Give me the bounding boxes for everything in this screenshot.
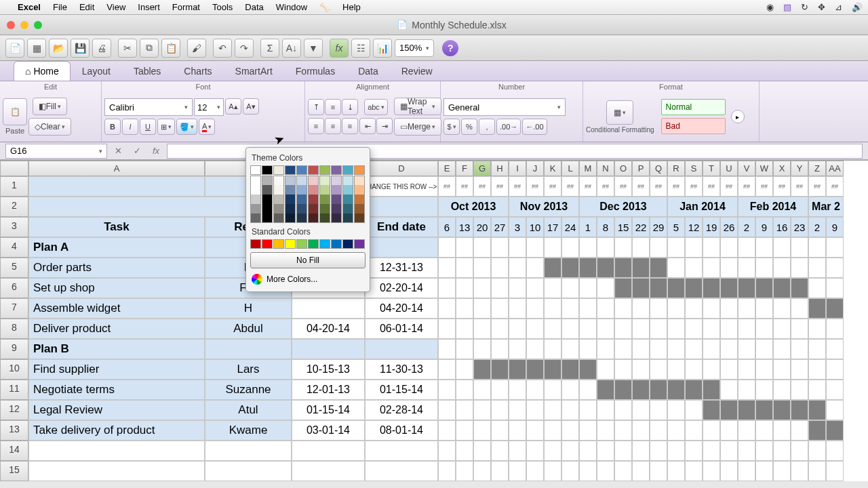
color-shade[interactable]: [342, 214, 353, 223]
gantt-cell[interactable]: [791, 400, 808, 420]
cell[interactable]: [808, 441, 826, 461]
gantt-cell[interactable]: [650, 258, 667, 278]
gantt-cell[interactable]: [491, 258, 509, 278]
gantt-cell[interactable]: [614, 298, 632, 319]
cell[interactable]: ##: [597, 176, 614, 197]
bold-button[interactable]: B: [104, 119, 121, 135]
percent-button[interactable]: %: [461, 119, 477, 135]
cell[interactable]: ##: [791, 176, 808, 197]
gantt-cell[interactable]: [491, 319, 509, 339]
gantt-cell[interactable]: [720, 319, 738, 339]
col-header[interactable]: F: [456, 161, 473, 176]
number-format-selector[interactable]: General▾: [443, 98, 566, 116]
color-shade[interactable]: [296, 176, 307, 185]
gantt-cell[interactable]: [773, 258, 791, 278]
gantt-cell[interactable]: [473, 400, 491, 420]
row-header[interactable]: 9: [0, 339, 28, 359]
cell[interactable]: [720, 441, 738, 461]
gantt-cell[interactable]: [579, 278, 597, 298]
gantt-cell[interactable]: [438, 359, 456, 380]
gantt-cell[interactable]: [597, 237, 614, 258]
row-header[interactable]: 4: [0, 237, 28, 258]
gantt-cell[interactable]: [526, 258, 544, 278]
col-header[interactable]: O: [614, 161, 632, 176]
shrink-font-button[interactable]: A▾: [243, 98, 259, 115]
color-shade[interactable]: [262, 195, 273, 204]
color-shade[interactable]: [342, 204, 353, 214]
gantt-cell[interactable]: [579, 359, 597, 380]
gantt-cell[interactable]: [738, 278, 755, 298]
gantt-cell[interactable]: [755, 339, 773, 359]
tab-formulas[interactable]: Formulas: [284, 61, 347, 81]
gantt-cell[interactable]: [561, 319, 579, 339]
cell[interactable]: [755, 441, 773, 461]
gantt-cell[interactable]: [456, 339, 473, 359]
gantt-cell[interactable]: [456, 237, 473, 258]
increase-indent-button[interactable]: ⇥: [376, 118, 393, 134]
gantt-cell[interactable]: [650, 339, 667, 359]
align-top-button[interactable]: ⤒: [308, 99, 324, 115]
gantt-cell[interactable]: [473, 380, 491, 400]
menu-window[interactable]: Window: [276, 2, 307, 12]
col-header[interactable]: E: [438, 161, 456, 176]
cell[interactable]: ##: [491, 176, 509, 197]
color-swatch[interactable]: [308, 239, 319, 249]
col-header[interactable]: W: [755, 161, 773, 176]
cell[interactable]: [456, 441, 473, 461]
col-header[interactable]: U: [720, 161, 738, 176]
gantt-cell[interactable]: [667, 278, 685, 298]
gantt-cell[interactable]: [597, 420, 614, 441]
fill-button[interactable]: ◧ Fill▾: [33, 98, 67, 115]
gantt-cell[interactable]: [667, 359, 685, 380]
open-button[interactable]: 📂: [49, 39, 68, 58]
gantt-cell[interactable]: [650, 420, 667, 441]
decrease-indent-button[interactable]: ⇤: [359, 118, 376, 134]
cell[interactable]: [473, 441, 491, 461]
color-shade[interactable]: [296, 204, 307, 214]
gantt-cell[interactable]: [720, 380, 738, 400]
color-shade[interactable]: [285, 195, 296, 204]
gantt-cell[interactable]: [614, 319, 632, 339]
color-shade[interactable]: [331, 176, 342, 185]
col-header[interactable]: T: [703, 161, 720, 176]
cell[interactable]: [579, 441, 597, 461]
gantt-cell[interactable]: [791, 359, 808, 380]
gantt-cell[interactable]: [632, 298, 650, 319]
paste-button[interactable]: 📋: [161, 39, 180, 58]
cell[interactable]: ##: [685, 176, 703, 197]
zoom-selector[interactable]: 150%▾: [395, 39, 434, 57]
gantt-cell[interactable]: [579, 258, 597, 278]
col-header[interactable]: G: [473, 161, 491, 176]
gantt-cell[interactable]: [667, 420, 685, 441]
color-shade[interactable]: [319, 185, 330, 195]
gantt-cell[interactable]: [650, 298, 667, 319]
color-shade[interactable]: [331, 214, 342, 223]
gantt-cell[interactable]: [826, 339, 844, 359]
gantt-cell[interactable]: [685, 298, 703, 319]
gantt-cell[interactable]: [738, 359, 755, 380]
row-header[interactable]: 14: [0, 441, 28, 461]
gantt-cell[interactable]: [561, 278, 579, 298]
gantt-cell[interactable]: [438, 319, 456, 339]
gantt-cell[interactable]: [579, 319, 597, 339]
row-header[interactable]: 7: [0, 298, 28, 319]
gantt-cell[interactable]: [808, 298, 826, 319]
gantt-cell[interactable]: [826, 298, 844, 319]
sort-button[interactable]: A↓: [282, 39, 301, 58]
gantt-cell[interactable]: [438, 380, 456, 400]
row-header[interactable]: 13: [0, 420, 28, 441]
color-shade[interactable]: [342, 195, 353, 204]
gantt-cell[interactable]: [544, 298, 561, 319]
gantt-cell[interactable]: [632, 319, 650, 339]
row-header[interactable]: 11: [0, 380, 28, 400]
gantt-cell[interactable]: [561, 237, 579, 258]
close-window-button[interactable]: [7, 21, 15, 29]
underline-button[interactable]: U: [140, 119, 156, 135]
gantt-cell[interactable]: [438, 237, 456, 258]
gantt-cell[interactable]: [456, 400, 473, 420]
color-shade[interactable]: [285, 176, 296, 185]
gantt-cell[interactable]: [738, 237, 755, 258]
cell[interactable]: [685, 441, 703, 461]
gantt-cell[interactable]: [650, 380, 667, 400]
color-shade[interactable]: [250, 176, 261, 185]
